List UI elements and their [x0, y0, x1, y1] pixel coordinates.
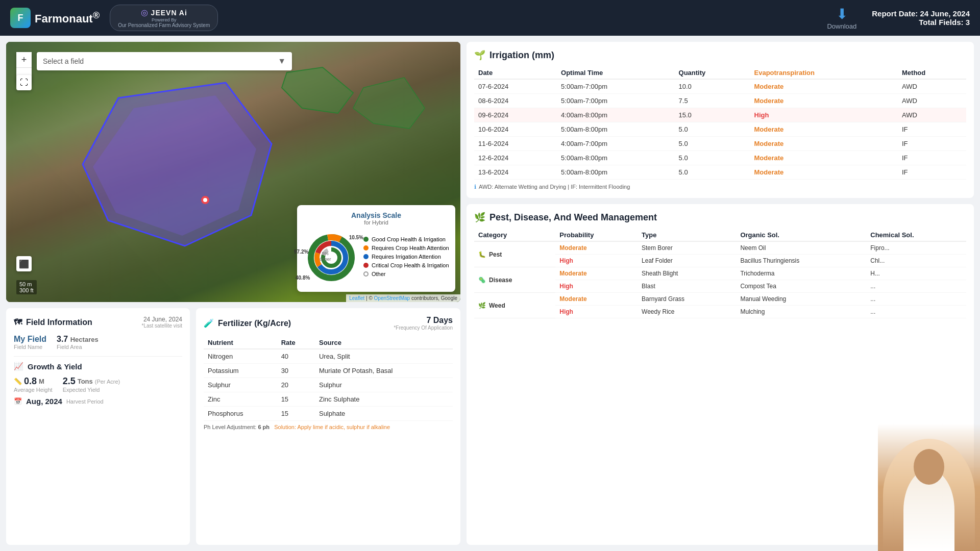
pest-type: Stem Borer [638, 241, 736, 255]
legend-dot-requires-irrigation [363, 254, 369, 259]
fertilizer-row: Phosphorus 15 Sulphate [204, 407, 453, 421]
fert-source: Sulphur [315, 378, 453, 392]
pest-prob: High [555, 255, 638, 267]
logo: F Farmonaut® [10, 8, 100, 28]
col-source: Source [315, 337, 453, 349]
irrigation-title: 🌱 Irrigation (mm) [474, 49, 966, 61]
irrigation-row: 10-6-2024 5:00am-8:00pm 5.0 Moderate IF [474, 122, 966, 137]
fertilizer-row: Potassium 30 Muriate Of Potash, Basal [204, 364, 453, 378]
map-attribution: Leaflet | © OpenStreetMap contributors, … [346, 294, 460, 302]
yield-value: 2.5 [63, 376, 76, 387]
col-rate: Rate [277, 337, 315, 349]
height-unit: M [39, 378, 44, 385]
irrigation-note-text: AWD: Alternate Wetting and Drying | IF: … [479, 184, 630, 190]
field-name-stat: My Field Field Name [14, 335, 46, 350]
field-icon: 🗺 [14, 318, 22, 327]
field-info-header: 🗺 Field Information 24 June, 2024 *Last … [14, 316, 182, 329]
irr-evap: Moderate [750, 151, 898, 165]
irr-date: 13-6-2024 [474, 165, 557, 180]
field-name-value: My Field [14, 335, 46, 344]
irr-date: 11-6-2024 [474, 137, 557, 151]
pest-category: 🐛 Pest [474, 241, 555, 267]
fullscreen-button[interactable]: ⛶ [16, 75, 32, 90]
pest-icon: 🌿 [474, 212, 485, 223]
fert-source: Zinc Sulphate [315, 392, 453, 407]
pest-row: 🌿 Weed Moderate Barnyard Grass Manual We… [474, 293, 966, 306]
pest-type: Blast [638, 280, 736, 293]
fertilizer-row: Zinc 15 Zinc Sulphate [204, 392, 453, 407]
analysis-title: Analysis Scale [303, 211, 449, 219]
irrigation-row: 13-6-2024 5:00am-8:00pm 5.0 Moderate IF [474, 165, 966, 180]
main-content: + − Select a field ▼ ⛶ ⬛ [0, 36, 980, 551]
height-value: 0.8 [24, 376, 37, 387]
logo-icon: F [10, 8, 31, 28]
analysis-subtitle: for Hybrid [303, 219, 449, 226]
scale-indicator: 50 m 300 ft [16, 280, 37, 294]
pest-col-category: Category [474, 229, 555, 241]
fertilizer-title: 🧪 Fertilizer (Kg/Acre) [204, 318, 291, 328]
irr-time: 5:00am-7:00pm [557, 94, 674, 108]
pest-col-type: Type [638, 229, 736, 241]
irr-qty: 10.0 [675, 79, 750, 94]
fertilizer-table: Nutrient Rate Source Nitrogen 40 Urea, S… [204, 337, 453, 421]
logo-sup: ® [93, 10, 100, 20]
pest-category: 🌿 Weed [474, 293, 555, 318]
irr-qty: 7.5 [675, 94, 750, 108]
pest-row: 🐛 Pest Moderate Stem Borer Neem Oil Fipr… [474, 241, 966, 255]
logo-name: Farmonaut [35, 13, 93, 26]
header: F Farmonaut® ◎ JEEVN Ai Powered By Our P… [0, 0, 980, 36]
map-background: + − Select a field ▼ ⛶ ⬛ [6, 42, 460, 302]
ph-note: Ph Level Adjustment: 6 ph Solution: Appl… [204, 424, 453, 430]
ph-value: 6 ph [258, 424, 270, 430]
irr-time: 5:00am-7:00pm [557, 79, 674, 94]
pest-organic: Bacillus Thuringiensis [736, 255, 866, 267]
irrigation-note: ℹ AWD: Alternate Wetting and Drying | IF… [474, 184, 966, 190]
fert-rate: 15 [277, 407, 315, 421]
yield-per: (Per Acre) [95, 379, 120, 385]
fertilizer-header-row: Nutrient Rate Source [204, 337, 453, 349]
zoom-in-button[interactable]: + [16, 52, 32, 67]
pest-prob: High [555, 280, 638, 293]
map-tool-icon: ⬛ [19, 259, 29, 269]
irr-col-optimal: Optimal Time [557, 67, 674, 79]
jeevn-badge: ◎ JEEVN Ai Powered By Our Personalized F… [110, 5, 218, 31]
jeevn-title: JEEVN Ai [151, 9, 187, 17]
pest-organic: Trichoderma [736, 267, 866, 280]
header-left: F Farmonaut® ◎ JEEVN Ai Powered By Our P… [10, 5, 218, 31]
irrigation-row: 07-6-2024 5:00am-7:00pm 10.0 Moderate AW… [474, 79, 966, 94]
fert-nutrient: Sulphur [204, 378, 277, 392]
map-container[interactable]: + − Select a field ▼ ⛶ ⬛ [6, 42, 460, 302]
field-date-note: *Last satellite visit [142, 323, 182, 329]
harvest-value: Aug, 2024 [26, 397, 62, 406]
total-fields-label: Total Fields: [919, 18, 963, 27]
fertilizer-days: 7 Days [394, 316, 453, 325]
download-button[interactable]: ⬇ Download [827, 6, 856, 30]
map-tool-button[interactable]: ⬛ [16, 256, 32, 271]
pest-row: 🦠 Disease Moderate Sheath Blight Trichod… [474, 267, 966, 280]
pest-col-probability: Probability [555, 229, 638, 241]
pest-chemical: Fipro... [866, 241, 966, 255]
irr-col-evap: Evapotranspiration [750, 67, 898, 79]
yield-label: Expected Yield [63, 387, 120, 393]
report-date-label: Report Date: [872, 9, 918, 18]
pest-col-chemical: Chemical Sol. [866, 229, 966, 241]
fertilizer-days-note: *Frequency Of Application [394, 325, 453, 331]
field-selector[interactable]: Select a field ▼ [37, 52, 292, 70]
fert-rate: 40 [277, 349, 315, 364]
report-date: Report Date: 24 June, 2024 [872, 9, 970, 18]
irrigation-header-row: Date Optimal Time Quantity Evapotranspir… [474, 67, 966, 79]
field-date: 24 June, 2024 *Last satellite visit [142, 316, 182, 329]
download-icon: ⬇ [836, 6, 848, 22]
pest-title: 🌿 Pest, Disease, And Weed Management [474, 212, 966, 223]
pest-table: Category Probability Type Organic Sol. C… [474, 229, 966, 318]
pest-prob: Moderate [555, 293, 638, 306]
irr-date: 08-6-2024 [474, 94, 557, 108]
irrigation-icon: 🌱 [474, 49, 485, 61]
irr-method: AWD [898, 108, 966, 122]
ph-label: Ph Level Adjustment: [204, 424, 256, 430]
irrigation-table: Date Optimal Time Quantity Evapotranspir… [474, 67, 966, 180]
fertilizer-header: 🧪 Fertilizer (Kg/Acre) 7 Days *Frequency… [204, 316, 453, 331]
info-icon: ℹ [474, 184, 476, 190]
irr-date: 09-6-2024 [474, 108, 557, 122]
fertilizer-row: Nitrogen 40 Urea, Split [204, 349, 453, 364]
